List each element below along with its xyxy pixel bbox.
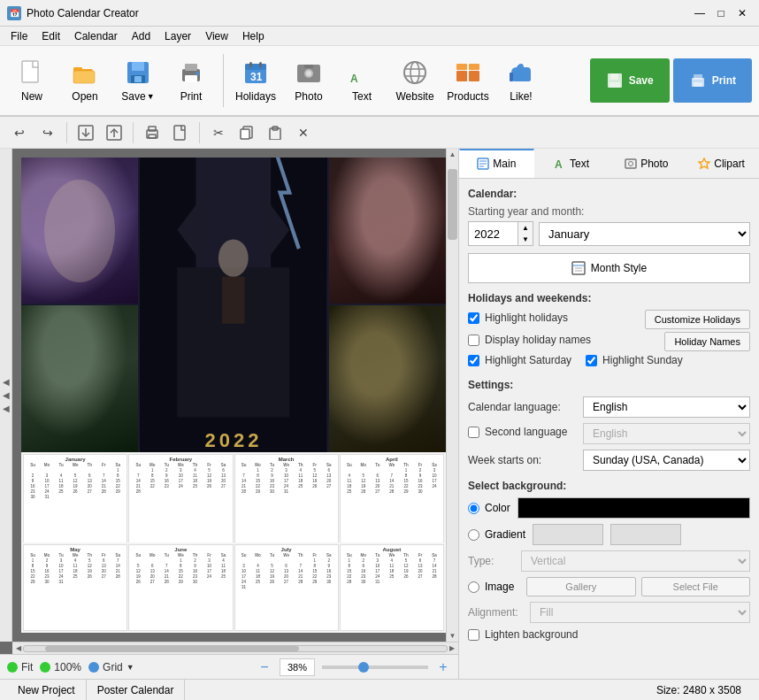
menu-layer[interactable]: Layer	[157, 28, 198, 44]
year-spinners: ▲ ▼	[518, 222, 533, 245]
year-up-button[interactable]: ▲	[518, 222, 533, 234]
tab-clipart[interactable]: Clipart	[684, 149, 759, 178]
print-sec-button[interactable]	[140, 120, 165, 145]
hscroll-thumb[interactable]	[45, 646, 299, 651]
highlight-sunday-checkbox[interactable]	[586, 355, 597, 366]
bg-gradient-radio[interactable]	[468, 529, 479, 541]
year-month-row: ▲ ▼ JanuaryFebruaryMarchApril MayJuneJul…	[468, 221, 750, 246]
main-content: ◀ ◀ ◀ ▲ ▼	[0, 149, 759, 679]
year-input[interactable]	[469, 224, 518, 244]
tab-photo[interactable]: Photo	[610, 149, 685, 178]
calendar-language-select[interactable]: English	[583, 396, 750, 418]
second-language-checkbox[interactable]	[468, 427, 479, 438]
svg-marker-64	[699, 158, 709, 168]
menu-edit[interactable]: Edit	[34, 28, 67, 44]
copy-button[interactable]	[234, 120, 259, 145]
select-file-button[interactable]: Select File	[641, 577, 751, 596]
text-icon: A	[348, 58, 376, 87]
holiday-names-button[interactable]: Holiday Names	[664, 332, 750, 351]
gradient-box-1[interactable]	[533, 524, 603, 545]
zoom-minus-button[interactable]: −	[257, 659, 272, 675]
display-holiday-names-checkbox[interactable]	[468, 335, 479, 346]
bg-color-preview[interactable]	[518, 497, 750, 519]
canvas-scroll[interactable]: ▲ ▼	[12, 149, 458, 642]
redo-button[interactable]: ↪	[35, 120, 60, 145]
holidays-button[interactable]: 31 Holidays	[231, 50, 280, 111]
scrollbar-up[interactable]: ▲	[448, 149, 458, 160]
new-button[interactable]: New	[7, 50, 57, 111]
highlight-holidays-label: Highlight holidays	[485, 312, 568, 324]
hscroll-right[interactable]: ▶	[448, 644, 456, 652]
tab-text[interactable]: A Text	[534, 149, 610, 178]
year-down-button[interactable]: ▼	[518, 234, 533, 245]
lighten-background-label: Lighten background	[485, 628, 578, 641]
year-input-wrap: ▲ ▼	[468, 221, 533, 246]
panel-arrow-down[interactable]: ◀	[3, 404, 10, 413]
mini-cal-jul: July SuMoTuWeThFrSa 12 3456789 101112131…	[234, 544, 339, 631]
website-button[interactable]: Website	[390, 50, 440, 111]
new-label: New	[21, 90, 42, 103]
zoom-percent-button[interactable]: 100%	[40, 661, 81, 673]
scrollbar-down[interactable]: ▼	[448, 630, 458, 642]
close-button[interactable]: ✕	[732, 4, 752, 23]
tab-main[interactable]: Main	[459, 149, 534, 178]
maximize-button[interactable]: □	[711, 4, 731, 23]
menu-calendar[interactable]: Calendar	[67, 28, 125, 44]
bg-color-row: Color	[468, 497, 750, 519]
zoom-plus-button[interactable]: +	[435, 659, 451, 675]
products-button[interactable]: Products	[443, 50, 493, 111]
photo-icon	[295, 58, 323, 87]
print-tool-button[interactable]: Print	[166, 50, 216, 111]
minimize-button[interactable]: —	[690, 4, 709, 23]
export-button[interactable]	[102, 120, 126, 145]
canvas-content: 2022 January SuMoTuWeThFrSa 1 2345678 91…	[21, 158, 446, 633]
month-select[interactable]: JanuaryFebruaryMarchApril MayJuneJulyAug…	[539, 222, 750, 246]
weekend-checkboxes: Highlight Saturday Highlight Sunday	[468, 354, 750, 370]
svg-text:A: A	[350, 73, 358, 85]
fit-button[interactable]: Fit	[7, 661, 33, 673]
menu-help[interactable]: Help	[235, 28, 272, 44]
highlight-saturday-checkbox[interactable]	[468, 355, 479, 366]
bg-type-select[interactable]: Vertical	[521, 550, 750, 572]
save-main-button[interactable]: Save	[590, 58, 670, 103]
bg-image-radio[interactable]	[468, 581, 479, 593]
menu-file[interactable]: File	[4, 28, 34, 44]
gradient-box-2[interactable]	[610, 524, 681, 545]
menu-view[interactable]: View	[198, 28, 235, 44]
import-button[interactable]	[73, 120, 98, 145]
scroll-thumb[interactable]	[448, 169, 457, 240]
photo-button[interactable]: Photo	[284, 50, 334, 111]
page-setup-button[interactable]	[168, 120, 193, 145]
text-button[interactable]: A Text	[337, 50, 387, 111]
save-tool-button[interactable]: Save ▼	[113, 50, 163, 111]
grid-button[interactable]: Grid ▼	[88, 661, 134, 673]
panel-arrow-up[interactable]: ◀	[3, 377, 10, 387]
undo-button[interactable]: ↩	[7, 120, 32, 145]
paste-button[interactable]	[263, 120, 288, 145]
customize-holidays-button[interactable]: Customize Holidays	[645, 310, 750, 329]
week-starts-select[interactable]: Sunday (USA, Canada) Monday Saturday	[583, 450, 750, 471]
cut-button[interactable]: ✂	[206, 120, 231, 145]
menu-add[interactable]: Add	[125, 28, 157, 44]
hscroll-left[interactable]: ◀	[14, 644, 23, 652]
lighten-background-checkbox[interactable]	[468, 629, 479, 641]
svg-point-11	[196, 72, 199, 75]
panel-arrow-mid[interactable]: ◀	[3, 390, 10, 400]
zoom-slider[interactable]	[322, 665, 428, 669]
open-button[interactable]: Open	[60, 50, 110, 111]
delete-button[interactable]: ✕	[291, 120, 316, 145]
month-style-button[interactable]: Month Style	[468, 253, 750, 283]
alignment-select[interactable]: Fill	[530, 602, 750, 623]
gallery-button[interactable]: Gallery	[526, 577, 636, 596]
grid-chevron[interactable]: ▼	[126, 663, 134, 672]
bg-color-radio[interactable]	[468, 503, 479, 514]
highlight-holidays-checkbox[interactable]	[468, 312, 479, 324]
zoom-value-input[interactable]	[280, 658, 315, 676]
bg-gradient-row: Gradient	[468, 524, 750, 545]
bg-type-label: Type:	[468, 555, 521, 567]
title-bar-controls[interactable]: — □ ✕	[690, 4, 752, 23]
print-main-button[interactable]: Print	[673, 58, 752, 103]
second-language-select[interactable]: English	[583, 423, 750, 444]
like-button[interactable]: Like!	[496, 50, 546, 111]
app-title: Photo Calendar Creator	[27, 7, 139, 19]
